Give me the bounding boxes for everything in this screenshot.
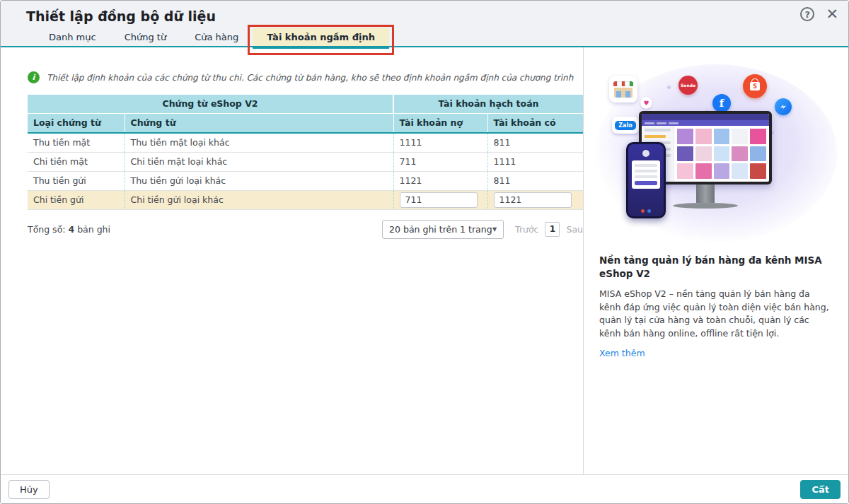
cell-doc: Thu tiền mặt loại khác	[125, 133, 393, 152]
total-label: Tổng số:	[28, 224, 66, 235]
debit-account-input[interactable]	[400, 192, 478, 208]
cell-credit: 1111	[487, 152, 583, 171]
group-header-eshop-docs: Chứng từ eShop V2	[28, 95, 393, 113]
promo-heading: Nền tảng quản lý bán hàng đa kênh MISA e…	[599, 254, 833, 281]
column-header-credit-account: Tài khoản có	[487, 113, 583, 133]
shopee-bag-icon: S	[750, 82, 760, 90]
shopee-icon: S	[743, 74, 767, 98]
lightning-icon	[779, 102, 787, 111]
column-header-debit-account: Tài khoản nợ	[393, 113, 487, 133]
tab-cua-hang[interactable]: Cửa hàng	[180, 28, 253, 47]
save-button[interactable]: Cất	[800, 480, 841, 499]
sync-settings-dialog: Thiết lập đồng bộ dữ liệu ? ✕ Danh mục C…	[0, 0, 849, 504]
cell-doc-type: Chi tiền mặt	[28, 152, 125, 171]
tab-danh-muc[interactable]: Danh mục	[35, 28, 110, 47]
promo-description: MISA eShop V2 – nền tảng quản lý bán hàn…	[599, 288, 833, 341]
promo-illustration: ♥ Sendo f S Zalo	[599, 60, 833, 242]
info-banner-text: Thiết lập định khoản của các chứng từ th…	[47, 73, 573, 83]
pagination: 20 bản ghi trên 1 trang ▼ Trước 1 Sau	[382, 220, 583, 239]
dialog-header: Thiết lập đồng bộ dữ liệu ? ✕ Danh mục C…	[1, 1, 848, 47]
page-size-select[interactable]: 20 bản ghi trên 1 trang ▼	[382, 220, 504, 239]
promo-sidebar: ♥ Sendo f S Zalo	[584, 47, 848, 474]
decor-dot	[667, 86, 671, 89]
info-icon: i	[28, 71, 40, 83]
cell-doc: Chi tiền gửi loại khác	[125, 190, 393, 209]
cell-doc-type: Chi tiền gửi	[28, 190, 125, 209]
facebook-icon: f	[712, 94, 731, 112]
prev-page-button[interactable]: Trước	[515, 224, 538, 235]
heart-icon: ♥	[640, 97, 652, 109]
total-count: 4	[68, 224, 74, 235]
tab-label: Tài khoản ngầm định	[267, 32, 375, 42]
cell-doc: Chi tiền mặt loại khác	[125, 152, 393, 171]
tab-chung-tu[interactable]: Chứng từ	[110, 28, 181, 47]
cell-credit: 811	[487, 133, 583, 152]
cell-debit: 1121	[393, 171, 487, 190]
total-records: Tổng số: 4 bản ghi	[28, 224, 110, 235]
page-size-label: 20 bản ghi trên 1 trang	[389, 224, 492, 235]
table-row[interactable]: Thu tiền gửi Thu tiền gửi loại khác 1121…	[28, 171, 583, 190]
chevron-down-icon: ▼	[492, 226, 497, 233]
table-row-editing[interactable]: Chi tiền gửi Chi tiền gửi loại khác	[28, 190, 583, 209]
cell-credit: 811	[487, 171, 583, 190]
cell-doc-type: Thu tiền mặt	[28, 133, 125, 152]
current-page-box[interactable]: 1	[545, 222, 560, 237]
messenger-icon	[775, 98, 792, 115]
table-footer: Tổng số: 4 bản ghi 20 bản ghi trên 1 tra…	[28, 220, 583, 239]
cell-doc: Thu tiền gửi loại khác	[125, 171, 393, 190]
zalo-label: Zalo	[615, 121, 635, 130]
sendo-icon: Sendo	[678, 76, 698, 95]
tab-tai-khoan-ngam-dinh[interactable]: Tài khoản ngầm định	[253, 28, 389, 47]
cell-debit: 1111	[393, 133, 487, 152]
default-accounts-table: Chứng từ eShop V2 Tài khoản hạch toán Lo…	[28, 95, 583, 210]
zalo-icon: Zalo	[612, 117, 639, 134]
column-header-doc: Chứng từ	[125, 113, 393, 133]
info-banner: i Thiết lập định khoản của các chứng từ …	[28, 71, 583, 83]
table-row[interactable]: Thu tiền mặt Thu tiền mặt loại khác 1111…	[28, 133, 583, 152]
cell-doc-type: Thu tiền gửi	[28, 171, 125, 190]
cancel-button[interactable]: Hủy	[8, 480, 50, 499]
table-row[interactable]: Chi tiền mặt Chi tiền mặt loại khác 711 …	[28, 152, 583, 171]
help-icon[interactable]: ?	[800, 7, 814, 21]
credit-account-input[interactable]	[494, 192, 572, 208]
page-title: Thiết lập đồng bộ dữ liệu	[26, 8, 216, 24]
next-page-button[interactable]: Sau	[566, 224, 583, 235]
dialog-footer: Hủy Cất	[1, 474, 848, 503]
see-more-link[interactable]: Xem thêm	[599, 348, 645, 358]
close-icon[interactable]: ✕	[826, 7, 838, 21]
phone-illustration	[626, 142, 666, 218]
cell-debit: 711	[393, 152, 487, 171]
tab-bar: Danh mục Chứng từ Cửa hàng Tài khoản ngầ…	[35, 28, 389, 47]
column-header-doc-type: Loại chứng từ	[28, 113, 125, 133]
store-icon	[609, 76, 637, 102]
group-header-accounting: Tài khoản hạch toán	[393, 95, 583, 113]
total-unit: bản ghi	[77, 224, 110, 235]
main-content: i Thiết lập định khoản của các chứng từ …	[1, 47, 584, 474]
